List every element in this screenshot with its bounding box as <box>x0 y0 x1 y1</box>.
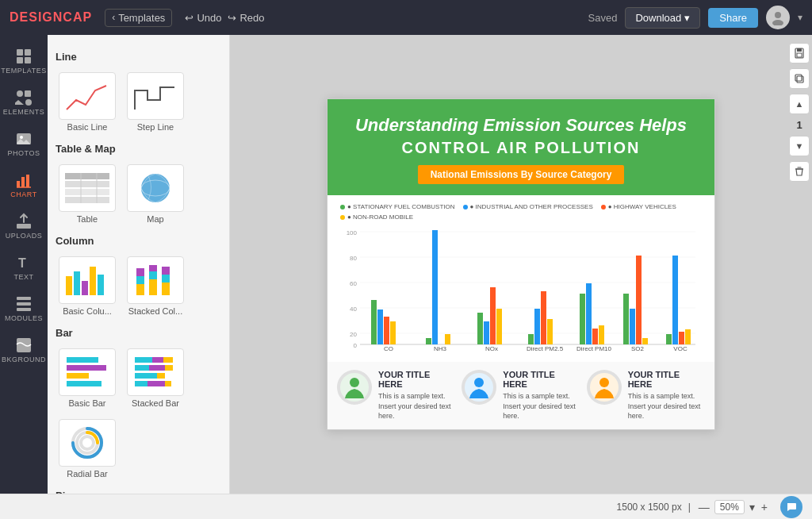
stacked-bar-svg <box>130 352 181 392</box>
svg-point-9 <box>25 99 32 106</box>
svg-text:0: 0 <box>354 342 358 349</box>
svg-rect-23 <box>65 181 109 187</box>
infographic-title1: Understanding Emission Sources Helps <box>347 115 695 136</box>
svg-point-11 <box>20 136 23 139</box>
map-label: Map <box>147 214 163 224</box>
save-page-button[interactable] <box>789 43 810 63</box>
chart-panel: Line Basic Line Step Line Tabl <box>48 35 230 494</box>
bar-grid: Basic Bar <box>56 345 221 482</box>
stacked-bar-label: Stacked Bar <box>132 398 179 408</box>
panel-item-step-line[interactable]: Step Line <box>124 69 187 135</box>
uploads-icon <box>15 213 33 230</box>
section-title-column: Column <box>56 235 221 247</box>
sidebar-item-text[interactable]: T TEXT <box>2 248 46 287</box>
modules-label: MODULES <box>5 314 43 322</box>
sidebar-item-photos[interactable]: PHOTOS <box>2 124 46 163</box>
sidebar-item-uploads[interactable]: UPLOADS <box>2 206 46 246</box>
copy-button[interactable] <box>789 68 810 89</box>
templates-label: TEMPLATES <box>1 67 46 75</box>
svg-rect-58 <box>165 381 171 386</box>
svg-rect-68 <box>797 53 802 57</box>
svg-rect-109 <box>623 294 629 344</box>
saved-status: Saved <box>588 12 618 24</box>
infographic-subtitle: National Emissions By Source Category <box>418 165 625 184</box>
person-icon-0 <box>339 371 370 403</box>
redo-label: Redo <box>239 12 264 24</box>
person-icon-2 <box>588 371 620 403</box>
svg-rect-89 <box>426 338 431 344</box>
panel-item-table[interactable]: Table <box>56 161 119 227</box>
panel-item-stacked-bar[interactable]: Stacked Bar <box>124 345 187 411</box>
infographic-bottom: YOUR TITLE HERE This is a sample text. I… <box>327 362 714 429</box>
move-up-button[interactable]: ▲ <box>789 94 810 114</box>
legend-dot-0 <box>340 205 345 210</box>
chat-button[interactable] <box>780 496 802 518</box>
download-button[interactable]: Download ▾ <box>625 7 700 29</box>
svg-rect-87 <box>390 321 396 344</box>
avatar[interactable] <box>766 6 790 29</box>
info-card-2: YOUR TITLE HERE This is a sample text. I… <box>587 370 705 421</box>
svg-rect-96 <box>490 287 496 344</box>
basic-bar-svg <box>62 352 113 392</box>
info-card-body-2: This is a sample text. Insert your desir… <box>628 391 705 421</box>
zoom-plus-button[interactable]: + <box>760 501 769 513</box>
panel-item-stacked-column[interactable]: Stacked Col... <box>124 253 187 319</box>
svg-rect-4 <box>17 57 23 63</box>
undo-label: Undo <box>197 12 221 24</box>
undo-button[interactable]: ↩ Undo <box>185 12 221 24</box>
svg-rect-106 <box>592 329 598 344</box>
svg-rect-24 <box>65 189 109 195</box>
svg-text:CO: CO <box>384 345 393 352</box>
stacked-column-thumb <box>127 256 184 304</box>
icon-sidebar: TEMPLATES ELEMENTS PHOTOS <box>0 35 48 494</box>
redo-icon: ↪ <box>228 12 236 24</box>
zoom-dropdown-button[interactable]: ▾ <box>748 501 756 513</box>
sidebar-item-bkground[interactable]: BKGROUND <box>2 330 46 370</box>
sidebar-item-elements[interactable]: ELEMENTS <box>2 83 46 122</box>
text-icon: T <box>15 254 33 271</box>
svg-rect-95 <box>484 321 489 344</box>
redo-button[interactable]: ↪ Redo <box>228 12 264 24</box>
svg-rect-42 <box>162 275 170 283</box>
panel-item-basic-line[interactable]: Basic Line <box>56 69 119 135</box>
bkground-icon <box>15 336 33 354</box>
info-card-text-0: YOUR TITLE HERE This is a sample text. I… <box>378 370 455 421</box>
sidebar-item-chart[interactable]: CHART <box>2 165 46 205</box>
step-line-svg <box>130 76 181 116</box>
sidebar-item-templates[interactable]: TEMPLATES <box>2 41 46 81</box>
svg-text:NH3: NH3 <box>434 345 447 352</box>
infographic-canvas[interactable]: Understanding Emission Sources Helps CON… <box>327 98 715 430</box>
svg-rect-43 <box>162 267 170 275</box>
sidebar-item-modules[interactable]: MODULES <box>2 289 46 329</box>
svg-rect-38 <box>149 279 157 295</box>
panel-item-basic-bar[interactable]: Basic Bar <box>56 345 119 411</box>
share-label: Share <box>719 12 747 24</box>
svg-marker-8 <box>15 100 24 105</box>
separator: | <box>688 502 691 513</box>
zoom-value[interactable]: 50% <box>714 500 745 514</box>
share-button[interactable]: Share <box>708 8 758 28</box>
topbar-actions: ↩ Undo ↪ Redo <box>185 12 264 24</box>
legend-item-0: ● STATIONARY FUEL COMBUSTION <box>340 203 455 210</box>
svg-rect-99 <box>528 334 534 344</box>
info-card-body-0: This is a sample text. Insert your desir… <box>378 391 455 421</box>
panel-item-map[interactable]: Map <box>124 161 187 227</box>
zoom-controls: — 50% ▾ + <box>697 500 769 514</box>
page-number: 1 <box>796 119 802 131</box>
info-card-title-1: YOUR TITLE HERE <box>503 370 580 389</box>
panel-item-radial-bar[interactable]: Radial Bar <box>56 416 119 482</box>
svg-rect-105 <box>586 283 592 344</box>
basic-column-thumb <box>59 256 116 304</box>
basic-column-svg <box>62 260 113 300</box>
info-avatar-0 <box>337 370 372 405</box>
table-thumb <box>59 164 116 212</box>
svg-rect-100 <box>534 309 540 344</box>
move-down-button[interactable]: ▼ <box>789 136 810 156</box>
delete-page-button[interactable] <box>789 161 810 182</box>
zoom-minus-button[interactable]: — <box>697 501 711 513</box>
templates-nav-button[interactable]: ‹ Templates <box>105 9 172 27</box>
panel-item-basic-column[interactable]: Basic Colu... <box>56 253 119 319</box>
chevron-down-icon: ▾ <box>684 12 690 24</box>
svg-rect-35 <box>136 284 144 295</box>
table-map-grid: Table Map <box>56 161 221 227</box>
